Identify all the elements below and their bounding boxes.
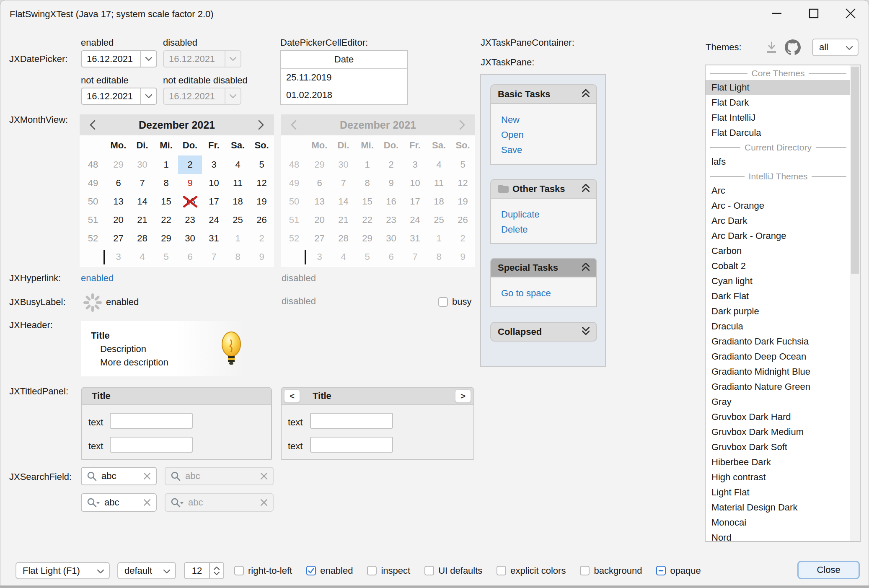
theme-list-item[interactable]: Cyan light [706, 274, 851, 289]
calendar-day-cell[interactable]: 31 [202, 229, 226, 248]
task-link[interactable]: Go to space [491, 286, 596, 301]
calendar-day-cell[interactable]: 25 [226, 211, 250, 229]
calendar-day-cell[interactable]: 16 [178, 192, 202, 211]
hyperlink-enabled[interactable]: enabled [81, 273, 114, 284]
theme-list-item[interactable]: Nord [706, 530, 851, 542]
task-link[interactable]: Duplicate [491, 207, 596, 222]
task-link[interactable]: Save [491, 142, 596, 158]
github-icon[interactable] [785, 39, 801, 55]
taskpane-group-header[interactable]: Basic Tasks [490, 84, 597, 104]
theme-list-item[interactable]: Gradianto Midnight Blue [706, 364, 851, 379]
chevron-down-icon[interactable] [140, 51, 156, 67]
checkbox-opaque[interactable]: opaque [656, 565, 701, 576]
theme-list-item[interactable]: Gradianto Deep Ocean [706, 349, 851, 364]
text-input[interactable] [310, 437, 393, 453]
calendar-day-cell[interactable]: 24 [202, 211, 226, 229]
theme-list-item[interactable]: Light Flat [706, 485, 851, 500]
theme-list-item[interactable]: Arc Dark [706, 213, 851, 228]
calendar-day-cell[interactable]: 5 [154, 248, 178, 266]
text-input[interactable] [310, 413, 393, 429]
close-button[interactable]: Close [797, 561, 860, 579]
calendar-day-cell[interactable]: 1 [154, 155, 178, 174]
checkbox-explicit-colors[interactable]: explicit colors [497, 565, 566, 576]
themes-scrollbar[interactable] [850, 65, 860, 541]
checkbox-ui-defaults[interactable]: UI defaults [424, 565, 482, 576]
theme-list-item[interactable]: Arc - Orange [706, 198, 851, 213]
theme-list-item[interactable]: Flat Dark [706, 95, 851, 110]
calendar-day-cell[interactable]: 19 [250, 192, 274, 211]
theme-list-item[interactable]: Flat IntelliJ [706, 110, 851, 125]
datepicker-not-editable[interactable]: 16.12.2021 [81, 88, 157, 105]
calendar-day-cell[interactable]: 7 [130, 174, 154, 192]
calendar-day-cell[interactable]: 6 [106, 174, 130, 192]
theme-list-item[interactable]: Dark purple [706, 304, 851, 319]
taskpane-group-header[interactable]: Collapsed [490, 322, 597, 342]
theme-list-item[interactable]: Arc [706, 183, 851, 198]
taskpane-group-header[interactable]: Special Tasks [490, 258, 597, 277]
theme-list-item[interactable]: Carbon [706, 243, 851, 259]
theme-list-item[interactable]: Gruvbox Dark Soft [706, 440, 851, 455]
calendar-day-cell[interactable]: 20 [106, 211, 130, 229]
clear-icon[interactable] [144, 499, 150, 506]
checkbox-box[interactable] [497, 566, 506, 575]
theme-list-item[interactable]: Cobalt 2 [706, 259, 851, 274]
theme-list-item[interactable]: Arc Dark - Orange [706, 228, 851, 243]
calendar-day-cell[interactable]: 8 [226, 248, 250, 266]
checkbox-box[interactable] [438, 297, 448, 307]
spinner-down-icon[interactable] [214, 572, 220, 575]
calendar-day-cell[interactable]: 30 [130, 155, 154, 174]
calendar-day-cell[interactable]: 15 [154, 192, 178, 211]
calendar-day-cell[interactable]: 27 [106, 229, 130, 248]
calendar-day-cell[interactable]: 7 [202, 248, 226, 266]
task-link[interactable]: Delete [491, 222, 596, 237]
search-field[interactable]: abc [81, 467, 157, 485]
calendar-day-cell[interactable]: 12 [250, 174, 274, 192]
calendar-day-cell[interactable]: 1 [226, 229, 250, 248]
theme-list-item[interactable]: Gruvbox Dark Hard [706, 409, 851, 425]
chevron-down-icon[interactable] [140, 88, 156, 104]
theme-list-item[interactable]: Flat Darcula [706, 125, 851, 140]
calendar-day-cell[interactable]: 2 [178, 155, 202, 174]
checkbox-box[interactable] [656, 566, 666, 575]
datepicker-enabled[interactable]: 16.12.2021 [81, 50, 157, 67]
task-link[interactable]: Open [491, 127, 596, 142]
calendar-day-cell[interactable]: 14 [130, 192, 154, 211]
theme-list-item[interactable]: Monocai [706, 515, 851, 530]
calendar-day-cell[interactable]: 9 [250, 248, 274, 266]
next-month-icon[interactable] [248, 114, 274, 135]
scrollbar-thumb[interactable] [851, 67, 859, 274]
theme-list-item[interactable]: Hiberbee Dark [706, 455, 851, 470]
theme-list-item[interactable]: Dark Flat [706, 289, 851, 304]
clear-icon[interactable] [144, 473, 150, 479]
calendar-day-cell[interactable]: 8 [154, 174, 178, 192]
themes-filter-combobox[interactable]: all [812, 39, 859, 56]
checkbox-background[interactable]: background [580, 565, 642, 576]
checkbox-box[interactable] [367, 566, 377, 575]
minimize-button[interactable] [763, 3, 790, 24]
calendar-day-cell[interactable]: 10 [202, 174, 226, 192]
task-link[interactable]: New [491, 112, 596, 127]
calendar-day-cell[interactable]: 18 [226, 192, 250, 211]
calendar-day-cell[interactable]: 4 [226, 155, 250, 174]
text-input[interactable] [110, 437, 193, 453]
theme-list-item[interactable]: Material Design Dark [706, 500, 851, 515]
calendar-day-cell[interactable]: 23 [178, 211, 202, 229]
checkbox-inspect[interactable]: inspect [367, 565, 410, 576]
spinner-buttons[interactable] [209, 563, 223, 578]
collapse-chevron-icon[interactable] [582, 89, 590, 100]
collapse-chevron-icon[interactable] [582, 184, 590, 194]
busy-checkbox[interactable]: busy [438, 296, 471, 307]
calendar-day-cell[interactable]: 29 [154, 229, 178, 248]
calendar-day-cell[interactable]: 6 [178, 248, 202, 266]
checkbox-box[interactable] [234, 566, 244, 575]
theme-list-item[interactable]: Gradianto Dark Fuchsia [706, 334, 851, 349]
download-icon[interactable] [765, 41, 778, 54]
checkbox-enabled[interactable]: enabled [306, 565, 353, 576]
title-left-button[interactable]: < [284, 389, 300, 403]
theme-list-item[interactable]: Gruvbox Dark Medium [706, 425, 851, 440]
calendar-day-cell[interactable]: 11 [226, 174, 250, 192]
checkbox-right-to-left[interactable]: right-to-left [234, 565, 292, 576]
expand-chevron-icon[interactable] [582, 326, 590, 337]
table-row[interactable]: 25.11.2019 [281, 69, 407, 86]
calendar-day-cell[interactable]: 2 [250, 229, 274, 248]
